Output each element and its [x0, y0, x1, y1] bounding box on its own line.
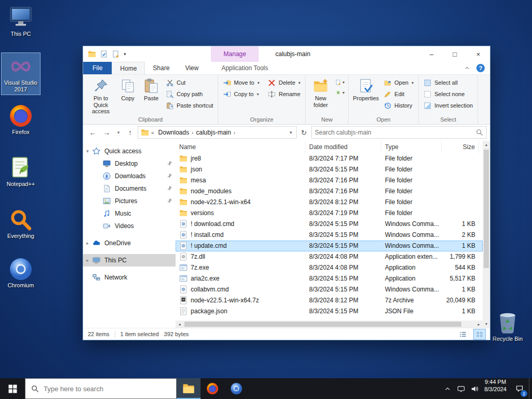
select-all-button[interactable]: Select all	[421, 77, 475, 88]
rename-button[interactable]: Rename	[265, 88, 302, 100]
pin-to-quick-access-button[interactable]: Pin to Quick access	[86, 76, 116, 116]
desktop-icon-notepad-plus-plus[interactable]: Notepad++	[2, 154, 40, 189]
path-ellipsis[interactable]: «	[151, 130, 155, 136]
file-row[interactable]: 7z.dll8/3/2024 4:08 PMApplication exten.…	[176, 251, 483, 262]
collapse-ribbon-icon[interactable]	[464, 65, 470, 71]
file-row[interactable]: package.json8/3/2024 5:15 PMJSON File1 K…	[176, 306, 483, 317]
file-row[interactable]: ! download.cmd8/3/2024 5:15 PMWindows Co…	[176, 219, 483, 230]
copy-to-button[interactable]: Copy to ▾	[221, 88, 261, 100]
paste-button[interactable]: Paste	[140, 76, 163, 103]
column-header-type[interactable]: Type	[381, 141, 442, 153]
maximize-button[interactable]: □	[443, 46, 467, 62]
file-row[interactable]: 7z.exe8/3/2024 4:08 PMApplication544 KB	[176, 262, 483, 273]
close-button[interactable]: ×	[467, 46, 490, 62]
sidebar-item-quick-access[interactable]: ▾Quick access	[83, 145, 176, 157]
refresh-button[interactable]: ↻	[298, 126, 310, 139]
qat-properties-icon[interactable]	[100, 50, 108, 58]
file-row[interactable]: 7znode-v22.5.1-win-x64.7z8/3/2024 8:12 P…	[176, 295, 483, 306]
search-box[interactable]	[311, 126, 487, 139]
titlebar[interactable]: ▾ Manage calubjs-main – □ ×	[83, 46, 490, 62]
easy-access-button[interactable]: ▾	[334, 87, 345, 98]
copy-button[interactable]: Copy	[117, 76, 139, 103]
hidden-icons-icon[interactable]	[444, 385, 451, 393]
desktop-icon-everything[interactable]: Everything	[2, 206, 40, 241]
file-row[interactable]: versions8/3/2024 7:19 PMFile folder	[176, 208, 483, 219]
taskbar-search[interactable]	[25, 378, 177, 399]
paste-shortcut-button[interactable]: Paste shortcut	[164, 100, 215, 111]
tab-share[interactable]: Share	[145, 62, 177, 74]
up-button[interactable]: ↑	[124, 126, 137, 139]
new-item-button[interactable]: ▾	[334, 77, 345, 87]
file-row[interactable]: node_modules8/3/2024 7:16 PMFile folder	[176, 186, 483, 197]
taskbar-chromium[interactable]	[224, 378, 248, 399]
desktop-icon-firefox[interactable]: Firefox	[2, 102, 40, 137]
desktop-icon-recycle-bin[interactable]: Recycle Bin	[489, 309, 526, 344]
scrollbar-thumb[interactable]	[484, 150, 489, 268]
delete-button[interactable]: Delete ▾	[265, 77, 302, 88]
sidebar-item-downloads[interactable]: Downloads	[83, 170, 176, 182]
sidebar-item-pictures[interactable]: Pictures	[83, 195, 176, 207]
scroll-down-icon[interactable]: ▾	[483, 320, 490, 328]
chevron-right-icon[interactable]: ▸	[83, 241, 92, 246]
scroll-right-icon[interactable]: ▸	[475, 322, 483, 327]
tab-view[interactable]: View	[177, 62, 206, 74]
column-header-name[interactable]: Name	[176, 141, 305, 153]
breadcrumb-separator-icon[interactable]: ›	[233, 130, 236, 136]
volume-icon[interactable]	[471, 385, 478, 393]
sidebar-item-onedrive[interactable]: ▸OneDrive	[83, 237, 176, 249]
edit-button[interactable]: Edit	[381, 88, 416, 100]
action-center-button[interactable]: 2	[510, 378, 529, 399]
invert-selection-button[interactable]: Invert selection	[421, 100, 475, 111]
recent-locations-icon[interactable]: ▾	[114, 126, 123, 139]
vertical-scrollbar[interactable]: ▴ ▾	[483, 141, 490, 328]
display-tray-icon[interactable]	[457, 385, 465, 393]
sidebar-item-this-pc[interactable]: ▸This PC	[83, 254, 176, 267]
search-input[interactable]	[315, 129, 474, 136]
start-button[interactable]	[0, 378, 25, 399]
taskbar-search-input[interactable]	[44, 385, 170, 393]
qat-customize-icon[interactable]: ▾	[124, 51, 126, 57]
open-button[interactable]: Open ▾	[381, 77, 416, 88]
scroll-left-icon[interactable]: ◂	[176, 322, 183, 327]
desktop-icon-this-pc[interactable]: This PC	[2, 4, 40, 39]
manage-contextual-tab[interactable]: Manage	[211, 46, 259, 62]
qat-new-folder-icon[interactable]	[112, 50, 120, 58]
tab-application-tools[interactable]: Application Tools	[214, 62, 276, 74]
copy-path-button[interactable]: Copy path	[164, 88, 215, 100]
help-button[interactable]: ?	[476, 64, 485, 72]
horizontal-scrollbar[interactable]: ◂ ▸	[176, 321, 483, 328]
large-icons-view-button[interactable]	[474, 329, 485, 339]
history-button[interactable]: History	[381, 100, 416, 111]
file-row[interactable]: jre88/3/2024 7:17 PMFile folder	[176, 153, 483, 164]
tab-file[interactable]: File	[83, 62, 112, 74]
sidebar-item-desktop[interactable]: Desktop	[83, 157, 176, 170]
back-button[interactable]: ←	[86, 126, 99, 139]
desktop-icon-chromium[interactable]: Chromium	[2, 256, 40, 290]
breadcrumb[interactable]: « Downloads›calubjs-main› ▾	[138, 126, 297, 139]
select-none-button[interactable]: Select none	[421, 88, 475, 100]
column-header-size[interactable]: Size	[442, 141, 479, 153]
file-row[interactable]: collabvm.cmd8/3/2024 5:15 PMWindows Comm…	[176, 284, 483, 295]
column-header-date[interactable]: Date modified	[305, 141, 381, 153]
chevron-down-icon[interactable]: ▾	[83, 149, 92, 154]
file-row[interactable]: ! install.cmd8/3/2024 5:15 PMWindows Com…	[176, 230, 483, 241]
file-row[interactable]: ! update.cmd8/3/2024 5:15 PMWindows Comm…	[176, 241, 483, 251]
chevron-right-icon[interactable]: ▸	[83, 258, 92, 263]
taskbar-clock[interactable]: 9:44 PM 8/3/2024	[481, 378, 510, 399]
breadcrumb-item[interactable]: Downloads	[156, 128, 191, 137]
sidebar-item-network[interactable]: Network	[83, 271, 176, 284]
details-view-button[interactable]	[457, 329, 469, 339]
tab-home[interactable]: Home	[112, 62, 145, 74]
move-to-button[interactable]: Move to ▾	[221, 77, 261, 88]
file-row[interactable]: json8/3/2024 5:15 PMFile folder	[176, 164, 483, 175]
minimize-button[interactable]: –	[420, 46, 443, 62]
file-row[interactable]: aria2c.exe8/3/2024 5:15 PMApplication5,5…	[176, 273, 483, 284]
scrollbar-thumb[interactable]	[184, 322, 461, 327]
taskbar-file-explorer[interactable]	[177, 378, 201, 399]
properties-button[interactable]: Properties	[351, 76, 380, 103]
file-row[interactable]: mesa8/3/2024 7:16 PMFile folder	[176, 175, 483, 186]
address-dropdown-icon[interactable]: ▾	[289, 130, 294, 135]
file-row[interactable]: node-v22.5.1-win-x648/3/2024 8:12 PMFile…	[176, 197, 483, 208]
cut-button[interactable]: Cut	[164, 77, 215, 88]
sidebar-item-videos[interactable]: Videos	[83, 220, 176, 232]
